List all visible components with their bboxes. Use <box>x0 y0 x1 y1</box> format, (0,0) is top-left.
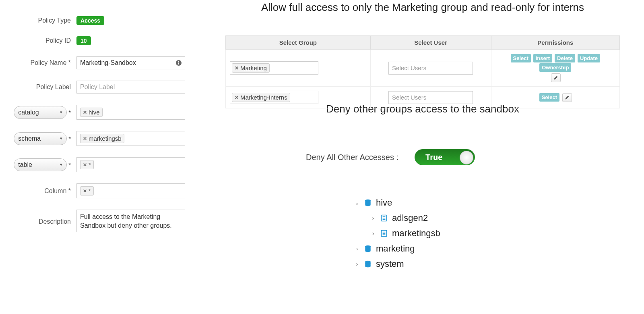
table-tag-input[interactable]: ✕ * <box>76 157 185 172</box>
policy-id-badge: 10 <box>76 36 91 45</box>
column-tag-input[interactable]: ✕ * <box>76 183 185 198</box>
database-icon <box>364 245 372 253</box>
tree-node-label: marketing <box>376 243 415 254</box>
tree-node-marketingsb[interactable]: › marketingsb <box>370 228 440 239</box>
group-tag[interactable]: ✕ Marketing <box>232 63 270 73</box>
database-icon <box>364 199 372 207</box>
catalog-tree: ⌄ hive › adlsgen2 › marketingsb › market… <box>354 198 440 274</box>
svg-rect-2 <box>178 61 179 62</box>
chevron-right-icon[interactable]: › <box>354 245 360 252</box>
close-icon[interactable]: ✕ <box>83 188 87 194</box>
chevron-down-icon: ▾ <box>60 162 62 167</box>
pencil-icon <box>565 95 570 100</box>
permission-badge: Ownership <box>539 63 571 72</box>
permission-badge: Select <box>511 54 531 62</box>
catalog-tag-input[interactable]: ✕ hive <box>76 105 185 120</box>
deny-all-row: Deny All Other Accesses : True <box>306 149 475 165</box>
schema-tag[interactable]: ✕ marketingsb <box>80 134 124 143</box>
required-asterisk: * <box>68 135 71 142</box>
catalog-tag-label: hive <box>89 109 100 116</box>
description-textarea[interactable] <box>76 210 185 232</box>
table-row: ✕ Marketing Select Users Select Insert D… <box>226 50 620 87</box>
close-icon[interactable]: ✕ <box>235 95 239 100</box>
tree-node-label: system <box>376 259 404 269</box>
policy-type-label: Policy Type <box>0 17 76 24</box>
tree-node-label: hive <box>376 198 392 208</box>
table-tag-label: * <box>89 161 91 168</box>
policy-type-badge: Access <box>76 16 104 25</box>
deny-all-toggle[interactable]: True <box>415 149 475 165</box>
toggle-knob <box>460 151 473 164</box>
policy-label-input[interactable] <box>76 81 185 94</box>
user-select-input[interactable]: Select Users <box>388 62 473 75</box>
catalog-tag[interactable]: ✕ hive <box>80 108 103 117</box>
schema-icon <box>380 229 388 237</box>
catalog-dropdown-label: catalog <box>18 109 39 116</box>
svg-rect-1 <box>178 62 179 64</box>
column-tag[interactable]: ✕ * <box>80 186 94 195</box>
description-label: Description <box>0 218 76 225</box>
column-label: Column * <box>0 187 76 195</box>
table-row: ✕ Marketing-Interns Select Users Select <box>226 87 620 108</box>
chevron-down-icon: ▾ <box>60 110 62 115</box>
tree-node-label: adlsgen2 <box>392 213 428 223</box>
group-select-input[interactable]: ✕ Marketing-Interns <box>230 91 318 104</box>
required-asterisk: * <box>68 161 71 168</box>
edit-permissions-button[interactable] <box>551 73 561 82</box>
policy-label-label: Policy Label <box>0 83 76 91</box>
group-tag-label: Marketing <box>240 64 267 71</box>
policy-name-input[interactable] <box>76 56 185 69</box>
chevron-right-icon[interactable]: › <box>354 261 360 267</box>
tree-node-adlsgen2[interactable]: › adlsgen2 <box>370 213 440 223</box>
schema-tag-label: marketingsb <box>89 135 122 142</box>
info-icon <box>175 60 182 66</box>
permissions-table: Select Group Select User Permissions ✕ M… <box>225 35 620 108</box>
th-select-user: Select User <box>370 36 491 50</box>
user-select-input[interactable]: Select Users <box>388 91 473 104</box>
catalog-dropdown[interactable]: catalog ▾ <box>14 106 67 119</box>
schema-dropdown-label: schema <box>18 135 41 142</box>
chevron-right-icon[interactable]: › <box>370 215 376 221</box>
group-select-input[interactable]: ✕ Marketing <box>230 61 318 75</box>
permission-badge: Select <box>539 93 559 102</box>
th-permissions: Permissions <box>491 36 619 50</box>
chevron-right-icon[interactable]: › <box>370 230 376 237</box>
edit-permissions-button[interactable] <box>562 93 572 102</box>
tree-node-system[interactable]: › system <box>354 259 440 269</box>
close-icon[interactable]: ✕ <box>83 136 87 141</box>
th-select-group: Select Group <box>226 36 371 50</box>
close-icon[interactable]: ✕ <box>83 162 87 168</box>
tree-node-marketing[interactable]: › marketing <box>354 243 440 254</box>
table-dropdown[interactable]: table ▾ <box>14 158 67 171</box>
annotation-top: Allow full access to only the Marketing … <box>225 1 620 14</box>
policy-id-label: Policy ID <box>0 37 76 44</box>
deny-all-toggle-label: True <box>425 153 442 162</box>
policy-form: Policy Type Access Policy ID 10 Policy N… <box>0 16 201 245</box>
group-tag[interactable]: ✕ Marketing-Interns <box>232 93 290 102</box>
permission-badge: Update <box>578 54 600 62</box>
close-icon[interactable]: ✕ <box>83 110 87 115</box>
required-asterisk: * <box>68 109 71 116</box>
database-icon <box>364 260 372 268</box>
schema-icon <box>380 214 388 222</box>
close-icon[interactable]: ✕ <box>235 65 239 71</box>
policy-name-label: Policy Name * <box>0 59 76 67</box>
tree-node-hive[interactable]: ⌄ hive <box>354 198 440 208</box>
permission-badge: Delete <box>555 54 575 62</box>
schema-tag-input[interactable]: ✕ marketingsb <box>76 131 185 146</box>
table-tag[interactable]: ✕ * <box>80 160 94 169</box>
permission-badge: Insert <box>533 54 552 62</box>
column-tag-label: * <box>89 187 91 194</box>
deny-all-label: Deny All Other Accesses : <box>306 153 398 162</box>
tree-node-label: marketingsb <box>392 228 440 239</box>
schema-dropdown[interactable]: schema ▾ <box>14 132 67 145</box>
group-tag-label: Marketing-Interns <box>240 94 287 101</box>
pencil-icon <box>553 75 558 80</box>
chevron-down-icon: ▾ <box>60 136 62 141</box>
table-dropdown-label: table <box>18 161 32 168</box>
chevron-down-icon[interactable]: ⌄ <box>354 200 360 206</box>
